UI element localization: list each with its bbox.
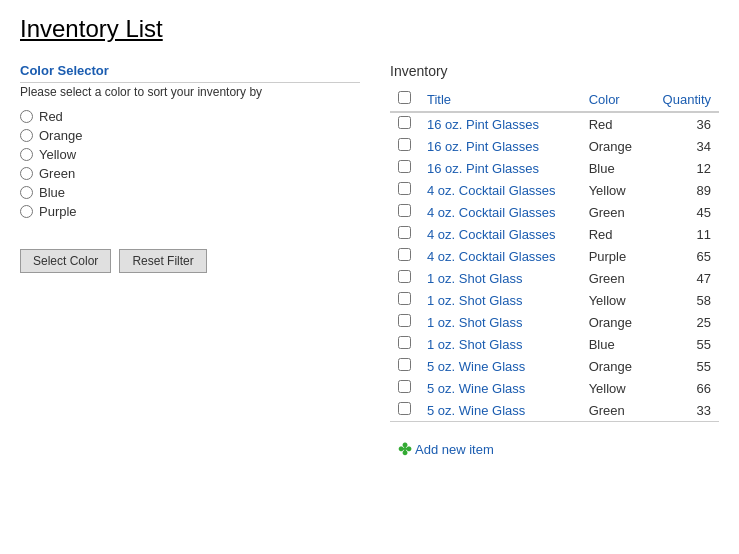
row-title-5[interactable]: 4 oz. Cocktail Glasses <box>419 201 581 223</box>
row-quantity-9: 58 <box>647 289 719 311</box>
radio-red[interactable] <box>20 110 33 123</box>
inventory-table: Title Color Quantity 16 oz. Pint Glasses… <box>390 87 719 462</box>
radio-label-green: Green <box>39 166 75 181</box>
row-title-6: 4 oz. Cocktail Glasses <box>419 223 581 245</box>
row-title-9[interactable]: 1 oz. Shot Glass <box>419 289 581 311</box>
row-checkbox-9[interactable] <box>390 289 419 311</box>
radio-blue[interactable] <box>20 186 33 199</box>
row-title-10: 1 oz. Shot Glass <box>419 311 581 333</box>
radio-green[interactable] <box>20 167 33 180</box>
radio-item-orange[interactable]: Orange <box>20 128 360 143</box>
row-color-6: Red <box>581 223 647 245</box>
row-checkbox-14[interactable] <box>390 399 419 422</box>
button-group: Select Color Reset Filter <box>20 249 360 273</box>
select-color-button[interactable]: Select Color <box>20 249 111 273</box>
row-color-8: Green <box>581 267 647 289</box>
radio-label-orange: Orange <box>39 128 82 143</box>
table-row: 4 oz. Cocktail GlassesRed11 <box>390 223 719 245</box>
radio-item-green[interactable]: Green <box>20 166 360 181</box>
radio-label-yellow: Yellow <box>39 147 76 162</box>
row-checkbox-12[interactable] <box>390 355 419 377</box>
radio-item-yellow[interactable]: Yellow <box>20 147 360 162</box>
row-title-11[interactable]: 1 oz. Shot Glass <box>419 333 581 355</box>
row-quantity-10: 25 <box>647 311 719 333</box>
row-color-12: Orange <box>581 355 647 377</box>
plus-icon: ✤ <box>398 440 411 459</box>
radio-item-red[interactable]: Red <box>20 109 360 124</box>
row-title-1[interactable]: 16 oz. Pint Glasses <box>419 112 581 135</box>
row-title-2[interactable]: 16 oz. Pint Glasses <box>419 135 581 157</box>
row-checkbox-13[interactable] <box>390 377 419 399</box>
color-radio-group: RedOrangeYellowGreenBluePurple <box>20 109 360 219</box>
table-row: 5 oz. Wine GlassOrange55 <box>390 355 719 377</box>
radio-item-purple[interactable]: Purple <box>20 204 360 219</box>
table-row: 5 oz. Wine GlassYellow66 <box>390 377 719 399</box>
row-quantity-12: 55 <box>647 355 719 377</box>
row-color-4: Yellow <box>581 179 647 201</box>
row-color-14: Green <box>581 399 647 422</box>
row-checkbox-11[interactable] <box>390 333 419 355</box>
radio-label-purple: Purple <box>39 204 77 219</box>
reset-filter-button[interactable]: Reset Filter <box>119 249 206 273</box>
add-new-item-link[interactable]: ✤ Add new item <box>398 440 711 459</box>
row-title-7: 4 oz. Cocktail Glasses <box>419 245 581 267</box>
row-color-11: Blue <box>581 333 647 355</box>
row-color-3: Blue <box>581 157 647 179</box>
row-title-3: 16 oz. Pint Glasses <box>419 157 581 179</box>
row-quantity-8: 47 <box>647 267 719 289</box>
row-quantity-11: 55 <box>647 333 719 355</box>
row-title-14[interactable]: 5 oz. Wine Glass <box>419 399 581 422</box>
table-row: 1 oz. Shot GlassOrange25 <box>390 311 719 333</box>
row-checkbox-2[interactable] <box>390 135 419 157</box>
row-quantity-1: 36 <box>647 112 719 135</box>
row-quantity-13: 66 <box>647 377 719 399</box>
row-checkbox-8[interactable] <box>390 267 419 289</box>
row-checkbox-4[interactable] <box>390 179 419 201</box>
row-title-8: 1 oz. Shot Glass <box>419 267 581 289</box>
row-color-7: Purple <box>581 245 647 267</box>
radio-purple[interactable] <box>20 205 33 218</box>
row-color-5: Green <box>581 201 647 223</box>
table-row: 5 oz. Wine GlassGreen33 <box>390 399 719 422</box>
color-selector-panel: Color Selector Please select a color to … <box>20 63 360 273</box>
table-row: 4 oz. Cocktail GlassesPurple65 <box>390 245 719 267</box>
row-color-9: Yellow <box>581 289 647 311</box>
row-quantity-7: 65 <box>647 245 719 267</box>
color-selector-title: Color Selector <box>20 63 360 83</box>
row-quantity-14: 33 <box>647 399 719 422</box>
checkbox-header <box>390 87 419 112</box>
table-row: 4 oz. Cocktail GlassesYellow89 <box>390 179 719 201</box>
page-title: Inventory List <box>20 10 719 43</box>
color-column-header: Color <box>581 87 647 112</box>
row-checkbox-3[interactable] <box>390 157 419 179</box>
title-column-header: Title <box>419 87 581 112</box>
inventory-title: Inventory <box>390 63 719 79</box>
row-color-13: Yellow <box>581 377 647 399</box>
row-color-1: Red <box>581 112 647 135</box>
table-row: 16 oz. Pint GlassesBlue12 <box>390 157 719 179</box>
table-row: 1 oz. Shot GlassBlue55 <box>390 333 719 355</box>
row-checkbox-1[interactable] <box>390 112 419 135</box>
row-title-4: 4 oz. Cocktail Glasses <box>419 179 581 201</box>
select-all-checkbox[interactable] <box>398 91 411 104</box>
row-color-10: Orange <box>581 311 647 333</box>
row-quantity-2: 34 <box>647 135 719 157</box>
row-title-12[interactable]: 5 oz. Wine Glass <box>419 355 581 377</box>
color-selector-description: Please select a color to sort your inven… <box>20 85 360 99</box>
row-checkbox-10[interactable] <box>390 311 419 333</box>
table-row: 4 oz. Cocktail GlassesGreen45 <box>390 201 719 223</box>
add-new-label: Add new item <box>415 442 494 457</box>
radio-yellow[interactable] <box>20 148 33 161</box>
inventory-panel: Inventory Title Color Quantity 16 oz. Pi… <box>390 63 719 462</box>
row-checkbox-7[interactable] <box>390 245 419 267</box>
quantity-column-header: Quantity <box>647 87 719 112</box>
row-quantity-5: 45 <box>647 201 719 223</box>
row-color-2: Orange <box>581 135 647 157</box>
radio-item-blue[interactable]: Blue <box>20 185 360 200</box>
table-row: 16 oz. Pint GlassesRed36 <box>390 112 719 135</box>
row-quantity-4: 89 <box>647 179 719 201</box>
row-checkbox-5[interactable] <box>390 201 419 223</box>
row-checkbox-6[interactable] <box>390 223 419 245</box>
row-title-13: 5 oz. Wine Glass <box>419 377 581 399</box>
radio-orange[interactable] <box>20 129 33 142</box>
